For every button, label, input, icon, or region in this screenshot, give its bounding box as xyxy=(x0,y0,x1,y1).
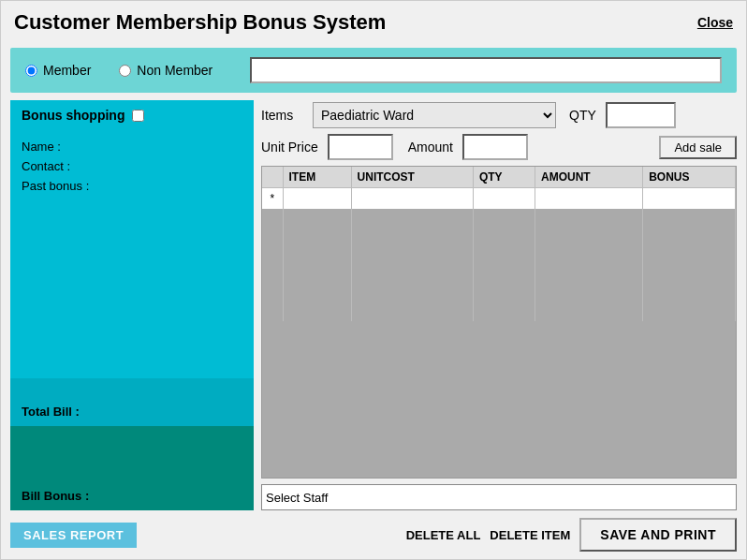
col-unitcost: UNITCOST xyxy=(351,167,473,188)
items-row: Items Paediatric Ward General Ward ICU O… xyxy=(261,102,737,128)
app-title: Customer Membership Bonus System xyxy=(14,10,386,35)
sales-table: ITEM UNITCOST QTY AMOUNT BONUS * xyxy=(262,167,736,321)
unit-price-input[interactable] xyxy=(328,134,393,160)
price-row: Unit Price Amount Add sale xyxy=(261,134,737,160)
items-dropdown[interactable]: Paediatric Ward General Ward ICU OPD xyxy=(313,102,556,128)
col-bonus: BONUS xyxy=(643,167,736,188)
table-row: * xyxy=(262,188,736,210)
bill-bonus-label: Bill Bonus : xyxy=(22,489,89,503)
member-search-input[interactable] xyxy=(250,57,722,83)
col-marker xyxy=(262,167,283,188)
cell-unitcost xyxy=(351,188,473,210)
delete-all-button[interactable]: DELETE ALL xyxy=(406,528,481,542)
bonus-shopping-label: Bonus shopping xyxy=(22,108,124,123)
member-bar: Member Non Member xyxy=(10,48,737,93)
save-print-button[interactable]: SAVE AND PRINT xyxy=(579,518,737,552)
table-row xyxy=(262,293,736,321)
select-staff-dropdown[interactable]: Select Staff Staff A Staff B xyxy=(261,484,737,510)
name-label: Name : xyxy=(22,140,242,154)
amount-label: Amount xyxy=(408,140,453,155)
unit-price-label: Unit Price xyxy=(261,140,318,155)
sales-report-button[interactable]: SALES REPORT xyxy=(10,523,137,548)
app-window: Customer Membership Bonus System Close M… xyxy=(0,0,747,560)
col-item: ITEM xyxy=(283,167,351,188)
items-label: Items xyxy=(261,108,303,123)
title-bar: Customer Membership Bonus System Close xyxy=(1,1,746,40)
data-table-container: ITEM UNITCOST QTY AMOUNT BONUS * xyxy=(261,166,737,479)
row-marker: * xyxy=(262,188,283,210)
info-section: Name : Contact : Past bonus : xyxy=(10,130,254,378)
total-bill-label: Total Bill : xyxy=(22,405,80,419)
contact-label: Contact : xyxy=(22,159,242,173)
table-row xyxy=(262,237,736,265)
amount-input[interactable] xyxy=(462,134,528,160)
non-member-label: Non Member xyxy=(137,63,212,78)
non-member-radio[interactable] xyxy=(119,65,131,77)
past-bonus-label: Past bonus : xyxy=(22,179,242,193)
member-label: Member xyxy=(43,63,91,78)
cell-bonus xyxy=(643,188,736,210)
left-panel: Bonus shopping Name : Contact : Past bon… xyxy=(10,100,254,510)
col-amount: AMOUNT xyxy=(535,167,643,188)
right-panel: Items Paediatric Ward General Ward ICU O… xyxy=(261,100,737,510)
table-row xyxy=(262,265,736,293)
main-content: Bonus shopping Name : Contact : Past bon… xyxy=(10,100,737,510)
cell-qty xyxy=(473,188,535,210)
member-radio-group: Member xyxy=(25,63,91,78)
cell-amount xyxy=(535,188,643,210)
member-radio[interactable] xyxy=(25,65,37,77)
qty-label: QTY xyxy=(569,108,596,123)
table-row xyxy=(262,209,736,237)
footer-bar: SALES REPORT DELETE ALL DELETE ITEM SAVE… xyxy=(10,518,737,552)
non-member-radio-group: Non Member xyxy=(119,63,212,78)
delete-item-button[interactable]: DELETE ITEM xyxy=(490,528,570,542)
bonus-shopping-bar: Bonus shopping xyxy=(10,100,254,130)
qty-input[interactable] xyxy=(606,102,676,128)
add-sale-button[interactable]: Add sale xyxy=(659,136,737,159)
total-bill-section: Total Bill : xyxy=(10,378,254,426)
close-button[interactable]: Close xyxy=(697,15,733,30)
col-qty: QTY xyxy=(473,167,535,188)
bill-bonus-section: Bill Bonus : xyxy=(10,426,254,510)
cell-item xyxy=(283,188,351,210)
select-staff-row: Select Staff Staff A Staff B xyxy=(261,484,737,510)
bonus-shopping-checkbox[interactable] xyxy=(132,110,144,122)
